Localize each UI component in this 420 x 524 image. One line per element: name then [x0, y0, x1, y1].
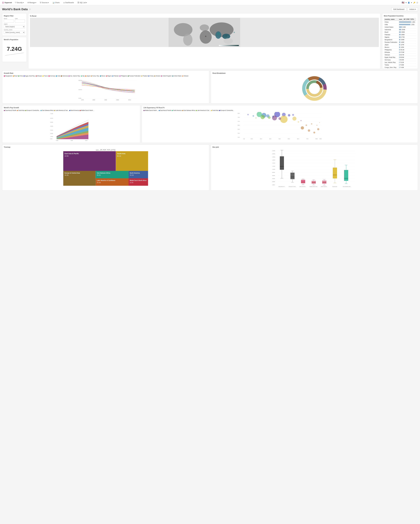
svg-text:South Asia: South Asia	[332, 186, 337, 187]
legend-item: United Kingdom	[161, 75, 172, 77]
svg-text:65.0: 65.0	[238, 125, 240, 126]
svg-text:1980: 1980	[70, 140, 73, 141]
svg-rect-160	[322, 181, 326, 183]
svg-point-88	[305, 124, 307, 126]
nav-security[interactable]: 🛡 Security ▾	[14, 1, 25, 4]
legend-item: Vietnam	[182, 75, 189, 77]
life-expectancy-title: Life Expectancy VS Rural %	[143, 107, 416, 109]
svg-text:1.20G: 1.20G	[272, 166, 275, 167]
favorite-star-icon[interactable]: ☆	[29, 8, 31, 11]
chevron-down-icon: ▾	[23, 2, 24, 4]
svg-text:Europe & Centr...: Europe & Centr...	[289, 186, 296, 187]
table-row: Germany80.9M	[384, 59, 416, 61]
svg-text:800M: 800M	[272, 172, 275, 173]
until-input[interactable]	[15, 20, 25, 23]
user-icon[interactable]: 👤	[408, 2, 410, 4]
legend-item: North America	[172, 110, 182, 111]
svg-text:Sub-Saharan Afri...: Sub-Saharan Afri...	[343, 186, 351, 187]
sqllab-icon: 🗄	[77, 2, 79, 4]
treemap-title: Treemap	[4, 146, 208, 148]
chevron-down-icon: ▾	[48, 2, 49, 4]
world-map	[30, 18, 379, 47]
legend-item: Sub-Saharan Africa	[41, 110, 53, 111]
dashboards-icon: 🗂	[63, 2, 65, 4]
chevron-down-icon: ▾	[415, 8, 416, 10]
svg-text:106G: 106G	[272, 184, 275, 185]
svg-rect-136	[280, 157, 284, 170]
svg-text:0.0: 0.0	[244, 138, 245, 140]
svg-text:2.00G: 2.00G	[50, 133, 53, 134]
svg-text:1980: 1980	[92, 99, 95, 101]
svg-text:1960: 1960	[56, 140, 58, 141]
svg-text:60.0: 60.0	[297, 138, 299, 140]
svg-text:1990: 1990	[104, 99, 107, 101]
nav-sqllab[interactable]: 🗄 SQL Lab ▾	[77, 1, 88, 4]
svg-rect-166	[333, 168, 337, 178]
legend-item: North America	[69, 110, 79, 111]
svg-point-80	[292, 117, 296, 121]
header-actions: Edit Dashboard Actions ▾	[391, 8, 418, 11]
table-row: Vietnam90.7M	[384, 54, 416, 56]
rural-breakdown-panel: Rural Breakdown	[211, 70, 418, 104]
svg-text:4.00G: 4.00G	[50, 126, 53, 127]
legend-item: South Asia	[17, 110, 25, 111]
navbar: ⬡ Superset 🛡 Security ▾ ⚙ Manage ▾ ☰ Sou…	[0, 0, 420, 5]
edit-dashboard-button[interactable]: Edit Dashboard	[391, 8, 406, 11]
life-exp-legend: Middle East & North ...East Asia & Pacif…	[143, 110, 416, 111]
svg-text:22.9G: 22.9G	[65, 155, 69, 157]
superset-logo-icon: ⬡	[2, 2, 4, 4]
svg-point-93	[301, 120, 302, 121]
svg-rect-154	[312, 181, 316, 183]
github-icon[interactable]: ⬡	[417, 2, 418, 4]
table-row: Japan127M	[384, 44, 416, 46]
region-select[interactable]: Select [region]	[4, 25, 25, 28]
legend-item: France	[42, 75, 48, 77]
svg-text:Middle East & North Africa: Middle East & North Africa	[130, 180, 147, 181]
chevron-down-icon: ▾	[35, 2, 36, 4]
legend-item: United States	[172, 75, 182, 77]
nav-charts[interactable]: 📊 Charts	[52, 1, 60, 4]
since-input[interactable]	[4, 20, 14, 23]
legend-item: Ukraine	[154, 75, 160, 77]
svg-text:80.0: 80.0	[316, 138, 318, 140]
treemap-subtitle: sum__SP_POP_TOTL (277G)	[4, 149, 208, 151]
svg-point-12	[205, 36, 206, 37]
growth-rate-legend: BangladeshBrazilChinaEgypt, Arab Rep.Eth…	[4, 75, 208, 77]
legend-item: Europe & Central Asi...	[219, 110, 234, 111]
charts-icon: 📊	[52, 2, 54, 4]
legend-item: Italy	[81, 75, 85, 77]
svg-text:70.0: 70.0	[306, 138, 308, 140]
svg-text:2000: 2000	[85, 140, 87, 141]
legend-item: Iran, Islamic Rep.	[68, 75, 80, 77]
rural-breakdown-chart	[301, 75, 328, 102]
svg-text:30.0: 30.0	[269, 138, 271, 140]
svg-text:600M: 600M	[272, 175, 275, 176]
most-populated-table-scroll[interactable]: country_name sum__SP_POP_TOTL China1.36G…	[384, 18, 416, 68]
chevron-down-icon: ▾	[411, 2, 412, 4]
svg-point-86	[313, 131, 315, 133]
key-icon[interactable]: 🔑	[413, 2, 415, 4]
legend-item: Bangladesh	[4, 75, 12, 77]
actions-button[interactable]: Actions ▾	[407, 8, 418, 11]
svg-text:13.2G: 13.2G	[130, 182, 134, 183]
treemap-panel: Treemap sum__SP_POP_TOTL (277G) East Asi…	[2, 144, 209, 191]
brand-logo[interactable]: ⬡ Superset	[2, 2, 12, 4]
pop-growth-chart: 7.24G 6.00G 5.00G 4.00G 3.00G 2.00G 1.00…	[4, 112, 138, 141]
svg-point-91	[255, 117, 257, 118]
country-select[interactable]: Select [country_name]	[4, 31, 25, 34]
nav-sources[interactable]: ☰ Sources ▾	[39, 1, 50, 4]
most-populated-table: country_name sum__SP_POP_TOTL China1.36G…	[384, 18, 416, 68]
flag-icon[interactable]: 🇺🇸	[402, 1, 404, 4]
legend-item: Egypt, Arab Rep.	[24, 75, 35, 77]
svg-text:Latin America...: Latin America...	[299, 186, 306, 187]
svg-text:10.0: 10.0	[251, 138, 253, 140]
legend-item: Turkey	[148, 75, 154, 77]
svg-point-85	[308, 129, 310, 132]
svg-text:1970: 1970	[81, 99, 84, 101]
nav-manage[interactable]: ⚙ Manage ▾	[27, 1, 37, 4]
col-population: sum__SP_POP_TOTL	[398, 18, 416, 21]
table-row: Brazil206M	[384, 31, 416, 34]
treemap-chart: East Asia & Pacific 22.9G South Asia 60.…	[4, 151, 208, 186]
nav-dashboards[interactable]: 🗂 Dashboards	[63, 1, 75, 4]
svg-text:28.2G: 28.2G	[97, 174, 101, 176]
